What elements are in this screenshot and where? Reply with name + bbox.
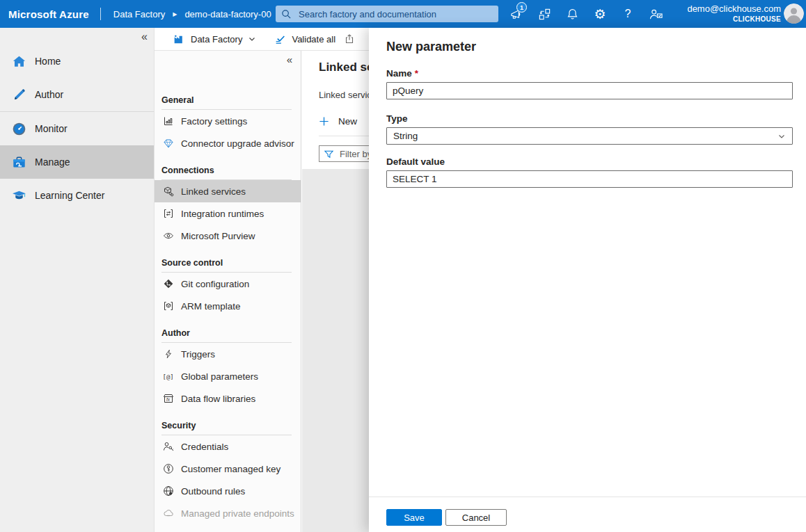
globe-icon bbox=[162, 485, 175, 497]
type-select[interactable]: String bbox=[386, 127, 793, 145]
primary-left-nav: « Home Author Monitor Manage bbox=[0, 28, 155, 532]
new-parameter-panel: New parameter Name* Type String Default … bbox=[369, 28, 806, 532]
cancel-button[interactable]: Cancel bbox=[445, 509, 507, 526]
manage-nav-item-label: Microsoft Purview bbox=[181, 231, 255, 241]
name-label-text: Name bbox=[386, 68, 412, 79]
default-value-input[interactable] bbox=[386, 170, 793, 188]
nav-item-monitor[interactable]: Monitor bbox=[0, 112, 154, 145]
manage-nav-item-credentials[interactable]: Credentials bbox=[155, 435, 301, 458]
manage-nav-item-git-configuration[interactable]: Git configuration bbox=[155, 273, 301, 295]
plus-icon bbox=[319, 116, 329, 127]
publish-arrow-icon bbox=[344, 33, 355, 45]
breadcrumb-factory-name[interactable]: demo-data-factory-00 bbox=[184, 9, 271, 19]
avatar[interactable] bbox=[784, 3, 804, 24]
manage-nav-item-label: ARM template bbox=[181, 301, 241, 312]
eye-icon bbox=[162, 230, 175, 241]
manage-nav-item-factory-settings[interactable]: Factory settings bbox=[155, 110, 301, 132]
name-input[interactable] bbox=[386, 82, 793, 99]
account-menu[interactable]: demo@clickhouse.com CLICKHOUSE bbox=[687, 3, 781, 24]
chevron-down-icon[interactable] bbox=[248, 35, 256, 43]
publish-button[interactable] bbox=[344, 33, 355, 45]
section-header-source-control: Source control bbox=[155, 255, 301, 271]
manage-nav-item-label: Factory settings bbox=[181, 116, 247, 127]
collapse-manage-nav-icon[interactable]: « bbox=[287, 54, 292, 65]
manage-nav-item-arm-template[interactable]: ARM template bbox=[155, 295, 301, 317]
feedback-button[interactable] bbox=[642, 0, 670, 28]
managed-key-icon bbox=[162, 463, 175, 474]
name-label: Name* bbox=[386, 68, 793, 79]
manage-nav-item-label: Triggers bbox=[181, 349, 215, 360]
azure-top-bar: Microsoft Azure Data Factory ▶ demo-data… bbox=[0, 0, 806, 28]
author-pencil-icon bbox=[12, 88, 26, 102]
credentials-key-person-icon bbox=[162, 441, 175, 452]
manage-nav-item-outbound-rules[interactable]: Outbound rules bbox=[155, 480, 301, 502]
manage-nav-item-label: Linked services bbox=[181, 186, 246, 197]
manage-nav-item-label: Customer managed key bbox=[181, 464, 280, 474]
panel-footer: Save Cancel bbox=[369, 497, 806, 532]
notifications-button[interactable] bbox=[558, 0, 586, 28]
nav-item-learning-center[interactable]: Learning Center bbox=[0, 179, 154, 212]
collapse-left-nav-icon[interactable]: « bbox=[141, 31, 148, 43]
type-field-group: Type String bbox=[386, 113, 793, 145]
global-parameters-icon: [@] bbox=[162, 371, 175, 382]
section-header-security: Security bbox=[155, 418, 301, 433]
linked-services-icon bbox=[162, 186, 175, 197]
name-field-group: Name* bbox=[386, 68, 793, 99]
lightning-icon bbox=[162, 348, 175, 360]
manage-nav-item-linked-services[interactable]: Linked services bbox=[155, 180, 301, 202]
manage-nav-item-label: Global parameters bbox=[181, 371, 258, 382]
manage-nav-item-data-flow-libraries[interactable]: fx Data flow libraries bbox=[155, 387, 301, 410]
nav-item-label: Learning Center bbox=[35, 190, 104, 201]
global-search bbox=[276, 6, 498, 22]
switch-boxes-icon bbox=[538, 8, 551, 21]
data-factory-icon bbox=[173, 33, 184, 45]
new-button-label: New bbox=[338, 116, 357, 127]
manage-nav-item-label: Git configuration bbox=[181, 279, 249, 289]
nav-item-author[interactable]: Author bbox=[0, 78, 154, 111]
manage-toolbox-icon bbox=[12, 155, 26, 170]
account-email: demo@clickhouse.com bbox=[687, 3, 781, 15]
nav-item-label: Monitor bbox=[35, 123, 68, 134]
search-icon bbox=[281, 9, 292, 19]
arm-template-icon bbox=[162, 300, 175, 312]
validate-all-label: Validate all bbox=[292, 34, 335, 45]
factory-selector[interactable]: Data Factory bbox=[191, 34, 242, 45]
manage-nav-item-label: Managed private endpoints bbox=[181, 508, 294, 519]
nav-item-home[interactable]: Home bbox=[0, 45, 154, 78]
gear-icon: ⚙ bbox=[594, 8, 606, 21]
microsoft-azure-logo[interactable]: Microsoft Azure bbox=[0, 8, 99, 20]
manage-nav-item-microsoft-purview[interactable]: Microsoft Purview bbox=[155, 225, 301, 247]
manage-nav: « General Factory settings Connector upg… bbox=[155, 51, 301, 532]
breadcrumb-data-factory[interactable]: Data Factory bbox=[113, 9, 165, 19]
announcements-button[interactable]: 1 bbox=[503, 0, 530, 28]
validate-all-button[interactable]: Validate all bbox=[274, 33, 344, 45]
manage-nav-item-label: Connector upgrade advisor bbox=[181, 138, 294, 149]
help-icon: ? bbox=[625, 8, 631, 19]
manage-nav-item-managed-private-endpoints[interactable]: Managed private endpoints bbox=[155, 502, 301, 524]
account-tenant: CLICKHOUSE bbox=[687, 15, 781, 24]
topbar-divider bbox=[100, 8, 101, 20]
breadcrumb-caret-icon: ▶ bbox=[173, 11, 177, 17]
learning-center-cap-icon bbox=[12, 188, 26, 203]
nav-item-label: Home bbox=[35, 56, 61, 67]
manage-nav-item-global-parameters[interactable]: [@] Global parameters bbox=[155, 365, 301, 387]
save-button[interactable]: Save bbox=[386, 509, 442, 526]
manage-nav-item-connector-upgrade-advisor[interactable]: Connector upgrade advisor bbox=[155, 132, 301, 154]
manage-nav-item-label: Outbound rules bbox=[181, 486, 245, 497]
section-header-connections: Connections bbox=[155, 163, 301, 178]
home-icon bbox=[12, 54, 26, 69]
manage-nav-item-triggers[interactable]: Triggers bbox=[155, 343, 301, 365]
gem-icon bbox=[162, 138, 175, 149]
filter-funnel-icon bbox=[324, 149, 334, 159]
manage-nav-item-integration-runtimes[interactable]: Integration runtimes bbox=[155, 202, 301, 225]
nav-item-manage[interactable]: Manage bbox=[0, 145, 154, 179]
search-input[interactable] bbox=[297, 8, 485, 20]
type-label: Type bbox=[386, 113, 793, 124]
settings-button[interactable]: ⚙ bbox=[586, 0, 614, 28]
help-button[interactable]: ? bbox=[614, 0, 642, 28]
switch-context-button[interactable] bbox=[530, 0, 558, 28]
data-flow-fx-icon: fx bbox=[162, 393, 175, 404]
manage-nav-item-customer-managed-key[interactable]: Customer managed key bbox=[155, 458, 301, 480]
integration-runtimes-icon bbox=[162, 208, 175, 219]
bell-icon bbox=[566, 8, 579, 21]
